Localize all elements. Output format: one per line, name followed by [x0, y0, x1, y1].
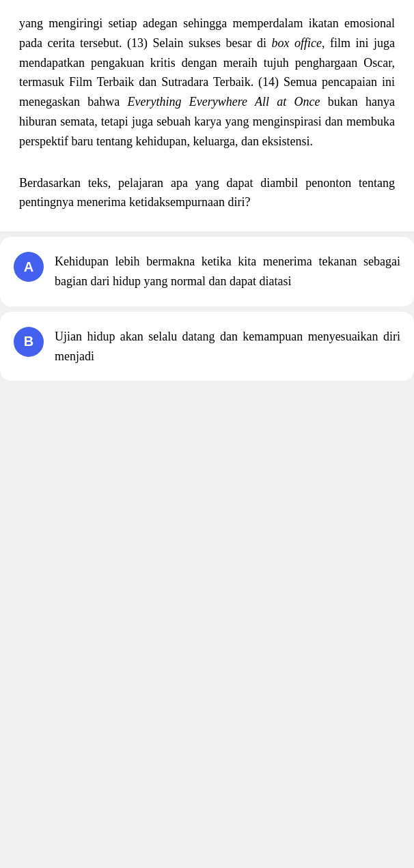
box-office-text: box office — [271, 36, 321, 50]
answer-text-b: Ujian hidup akan selalu datang dan kemam… — [55, 327, 400, 366]
question-text: Berdasarkan teks, pelajaran apa yang dap… — [19, 173, 395, 213]
answer-card-a[interactable]: A Kehidupan lebih bermakna ketika kita m… — [0, 237, 414, 306]
answer-text-a: Kehidupan lebih bermakna ketika kita men… — [55, 252, 400, 291]
question-section: Berdasarkan teks, pelajaran apa yang dap… — [19, 173, 395, 213]
answer-badge-a: A — [14, 252, 44, 282]
answer-card-b[interactable]: B Ujian hidup akan selalu datang dan kem… — [0, 312, 414, 381]
movie-title-text: Everything Everywhere All at Once — [127, 95, 320, 108]
answer-badge-b: B — [14, 327, 44, 357]
main-paragraph: yang mengiringi setiap adegan sehingga m… — [19, 14, 395, 151]
main-content: yang mengiringi setiap adegan sehingga m… — [0, 0, 414, 231]
